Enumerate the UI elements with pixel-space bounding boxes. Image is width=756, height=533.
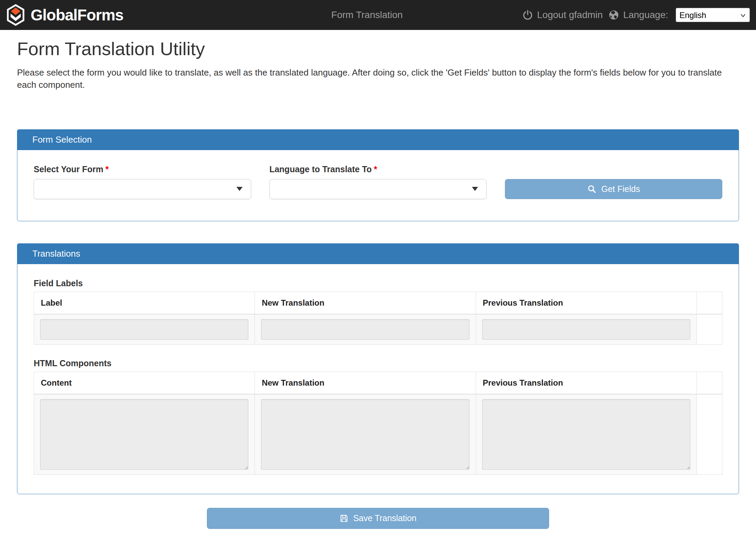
navbar: GlobalForms Form Translation Logout gfad…: [0, 0, 756, 30]
field-labels-table: Label New Translation Previous Translati…: [34, 292, 722, 345]
page-title: Form Translation Utility: [17, 38, 739, 59]
label-input[interactable]: [40, 319, 248, 340]
nav-item-form-translation[interactable]: Form Translation: [331, 10, 403, 20]
column-header-spacer: [697, 292, 722, 314]
column-header-previous-translation: Previous Translation: [476, 292, 696, 314]
column-header-new-translation: New Translation: [255, 292, 476, 314]
intro-text: Please select the form you would like to…: [17, 67, 725, 91]
html-components-heading: HTML Components: [34, 358, 722, 368]
field-labels-heading: Field Labels: [34, 278, 722, 288]
form-selection-panel-body: Select Your Form* Language to Translate …: [17, 150, 739, 221]
power-icon: [522, 10, 533, 20]
html-components-table: Content New Translation Previous Transla…: [34, 372, 722, 475]
globalforms-logo-icon: [7, 4, 24, 26]
required-asterisk: *: [105, 164, 109, 174]
get-fields-button[interactable]: Get Fields: [505, 179, 722, 199]
column-header-previous-translation: Previous Translation: [476, 372, 696, 394]
select-your-form-dropdown[interactable]: [34, 179, 251, 199]
new-translation-input[interactable]: [261, 319, 469, 340]
translations-panel: Translations Field Labels Label New Tran…: [17, 243, 739, 494]
row-spacer-cell: [697, 314, 722, 345]
form-selection-panel: Form Selection Select Your Form* Languag…: [17, 129, 739, 221]
get-fields-label: Get Fields: [601, 184, 640, 194]
required-asterisk: *: [374, 164, 377, 174]
language-select[interactable]: English: [676, 8, 750, 22]
html-components-header-row: Content New Translation Previous Transla…: [34, 372, 722, 394]
floppy-disk-icon: [340, 514, 348, 523]
column-header-new-translation: New Translation: [255, 372, 476, 394]
logout-label: Logout gfadmin: [537, 10, 603, 20]
save-translation-label: Save Translation: [353, 513, 416, 523]
brand-title: GlobalForms: [31, 6, 124, 24]
translations-panel-header: Translations: [17, 244, 739, 264]
language-group: Language:: [608, 10, 668, 20]
logout-link[interactable]: Logout gfadmin: [522, 10, 603, 20]
get-fields-column: Get Fields: [505, 164, 722, 199]
field-labels-row: [34, 314, 722, 345]
field-labels-header-row: Label New Translation Previous Translati…: [34, 292, 722, 314]
language-to-translate-label: Language to Translate To*: [269, 164, 487, 174]
language-select-wrap: English: [676, 8, 750, 22]
main-container: Form Translation Utility Please select t…: [0, 38, 756, 529]
form-selection-panel-header: Form Selection: [17, 130, 739, 150]
save-translation-button[interactable]: Save Translation: [207, 508, 549, 529]
search-icon: [587, 184, 596, 194]
language-to-translate-dropdown[interactable]: [269, 179, 487, 199]
navbar-right-group: Logout gfadmin Language: English: [522, 8, 750, 22]
previous-translation-input[interactable]: [482, 319, 690, 340]
caret-down-icon: [472, 187, 478, 191]
select-your-form-field: Select Your Form*: [34, 164, 251, 199]
html-components-row: [34, 394, 722, 475]
language-label: Language:: [623, 10, 668, 20]
translations-panel-body: Field Labels Label New Translation Previ…: [17, 264, 739, 494]
select-your-form-label: Select Your Form*: [34, 164, 251, 174]
save-row: Save Translation: [17, 508, 739, 529]
brand[interactable]: GlobalForms: [7, 4, 124, 26]
column-header-spacer: [697, 372, 722, 394]
new-translation-textarea[interactable]: [261, 399, 469, 470]
previous-translation-textarea[interactable]: [482, 399, 690, 470]
content-textarea[interactable]: [40, 399, 248, 470]
caret-down-icon: [236, 187, 243, 191]
globe-icon: [608, 10, 619, 20]
column-header-label: Label: [34, 292, 255, 314]
row-spacer-cell: [697, 394, 722, 475]
language-to-translate-field: Language to Translate To*: [269, 164, 487, 199]
column-header-content: Content: [34, 372, 255, 394]
